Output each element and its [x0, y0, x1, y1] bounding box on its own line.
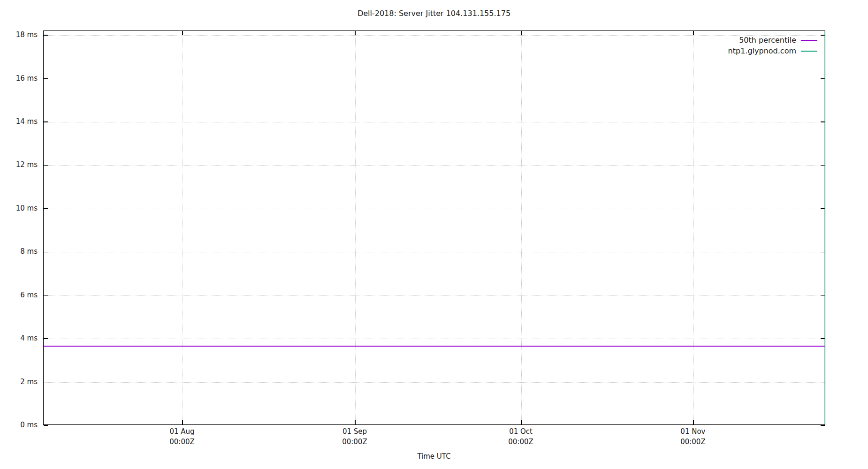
y-tick-mark-right: [821, 425, 825, 426]
x-axis-label: Time UTC: [387, 452, 481, 461]
y-tick-mark-left: [44, 425, 48, 426]
y-gridline: [44, 339, 825, 339]
plot-area: [43, 30, 825, 425]
y-tick-mark-left: [44, 338, 48, 339]
y-tick-label: 10 ms: [0, 204, 38, 213]
x-tick-label: 01 Nov: [660, 427, 726, 437]
series-line-ntp1-glypnod-com: [824, 31, 825, 424]
legend-label: ntp1.glypnod.com: [728, 46, 796, 55]
x-gridline: [693, 31, 694, 424]
y-gridline: [44, 79, 825, 79]
y-tick-label: 12 ms: [0, 160, 38, 169]
y-tick-label: 16 ms: [0, 74, 38, 83]
x-tick-mark-bottom: [521, 420, 522, 424]
y-tick-mark-left: [44, 295, 48, 296]
x-tick-mark-top: [521, 31, 522, 35]
legend-line-sample-ntp1-glypnod-com: [801, 51, 817, 52]
y-tick-label: 2 ms: [0, 377, 38, 386]
x-gridline: [355, 31, 356, 424]
y-gridline: [44, 252, 825, 252]
y-tick-mark-left: [44, 165, 48, 166]
legend-line-sample-50th-percentile: [801, 40, 817, 41]
x-tick-mark-top: [355, 31, 356, 35]
series-line-50th-percentile: [44, 346, 825, 347]
y-tick-label: 18 ms: [0, 30, 38, 39]
x-tick-mark-bottom: [182, 420, 183, 424]
y-gridline: [44, 35, 825, 36]
y-gridline: [44, 382, 825, 383]
y-tick-mark-left: [44, 121, 48, 122]
y-tick-label: 8 ms: [0, 247, 38, 256]
y-gridline: [44, 122, 825, 122]
x-tick-label: 01 Sep: [322, 427, 388, 437]
y-tick-mark-left: [44, 78, 48, 79]
legend-entry-50th-percentile: 50th percentile: [728, 35, 817, 45]
x-tick-mark-bottom: [355, 420, 356, 424]
x-tick-mark-top: [693, 31, 694, 35]
x-tick-label: 01 Oct: [488, 427, 554, 437]
y-tick-label: 0 ms: [0, 420, 38, 430]
x-tick-sublabel: 00:00Z: [660, 437, 726, 447]
x-tick-sublabel: 00:00Z: [322, 437, 388, 447]
chart-title: Dell-2018: Server Jitter 104.131.155.175: [246, 9, 622, 18]
x-tick-label: 01 Aug: [149, 427, 215, 437]
legend: 50th percentilentp1.glypnod.com: [728, 35, 817, 56]
x-gridline: [521, 31, 522, 424]
y-tick-label: 14 ms: [0, 117, 38, 126]
y-tick-mark-left: [44, 35, 48, 36]
y-gridline: [44, 295, 825, 296]
y-tick-label: 4 ms: [0, 333, 38, 343]
y-tick-mark-left: [44, 208, 48, 209]
x-tick-mark-top: [182, 31, 183, 35]
y-tick-label: 6 ms: [0, 290, 38, 300]
y-gridline: [44, 209, 825, 209]
x-tick-mark-bottom: [693, 420, 694, 424]
y-tick-mark-left: [44, 252, 48, 253]
y-gridline: [44, 165, 825, 166]
x-tick-sublabel: 00:00Z: [149, 437, 215, 447]
chart-canvas: Dell-2018: Server Jitter 104.131.155.175…: [0, 0, 868, 469]
legend-label: 50th percentile: [739, 36, 796, 45]
legend-entry-ntp1-glypnod-com: ntp1.glypnod.com: [728, 45, 817, 56]
x-tick-sublabel: 00:00Z: [488, 437, 554, 447]
y-tick-mark-left: [44, 382, 48, 383]
x-gridline: [183, 31, 183, 424]
